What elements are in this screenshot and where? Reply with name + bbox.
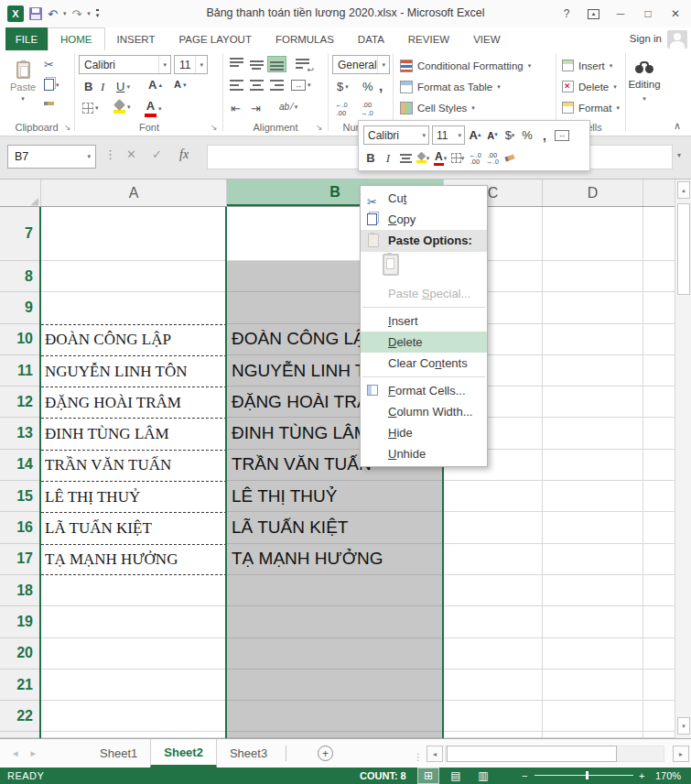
row-header-10[interactable]: 10 [0, 324, 41, 355]
name-box-dropdown-icon[interactable]: ▾ [82, 146, 95, 168]
cell-B21[interactable] [227, 670, 444, 701]
align-center-button[interactable] [247, 77, 266, 93]
minimize-icon[interactable]: ─ [614, 7, 627, 20]
cell-B16[interactable]: LÃ TUẤN KIỆT [227, 512, 444, 543]
cell-A13[interactable]: ĐINH TÙNG LÂM [41, 418, 227, 449]
cell-B18[interactable] [227, 575, 444, 606]
align-left-button[interactable] [227, 77, 246, 93]
number-format-dropdown-icon[interactable]: ▾ [377, 56, 389, 73]
cell-A14[interactable]: TRẦN VĂN TUẤN [41, 450, 227, 481]
cell-A17[interactable]: TẠ MẠNH HƯỞNG [41, 544, 227, 575]
cell-E17[interactable] [643, 544, 675, 575]
cell-C15[interactable] [444, 481, 543, 512]
font-name-combo[interactable]: Calibri▾ [79, 55, 171, 74]
cell-E18[interactable] [643, 575, 675, 606]
row-header-16[interactable]: 16 [0, 512, 41, 543]
cell-E8[interactable] [643, 261, 675, 292]
delete-cells-button[interactable]: Delete▾ [562, 81, 617, 93]
cell-C21[interactable] [444, 670, 543, 701]
cell-D22[interactable] [543, 701, 643, 732]
cut-button[interactable]: ✂ [44, 58, 54, 71]
cell-A8[interactable] [41, 261, 227, 292]
sign-in-link[interactable]: Sign in [630, 33, 662, 44]
accounting-format-button[interactable]: $▾ [337, 80, 349, 93]
mini-size-dropdown-icon[interactable]: ▾ [455, 132, 464, 139]
copy-button[interactable]: ▾ [44, 79, 59, 91]
paste-dropdown-icon[interactable]: ▾ [21, 95, 25, 103]
tab-view[interactable]: VIEW [461, 27, 512, 50]
cell-C18[interactable] [444, 575, 543, 606]
cell-C16[interactable] [444, 512, 543, 543]
name-box[interactable]: B7▾ [7, 145, 96, 169]
align-top-button[interactable] [227, 56, 246, 72]
maximize-icon[interactable]: □ [642, 7, 654, 20]
row-header-19[interactable]: 19 [0, 606, 41, 637]
sheet-next-icon[interactable]: ▸ [31, 747, 37, 759]
page-layout-view-icon[interactable]: ▤ [445, 768, 467, 784]
cell-A18[interactable] [41, 575, 227, 606]
cell-D13[interactable] [543, 418, 643, 449]
cell-D17[interactable] [543, 544, 643, 575]
row-header-14[interactable]: 14 [0, 450, 41, 481]
grow-font-button[interactable]: A▴ [148, 80, 162, 90]
underline-dropdown-icon[interactable]: ▾ [126, 83, 130, 91]
cell-A10[interactable]: ĐOÀN CÔNG LẬP [41, 324, 227, 355]
cell-E9[interactable] [643, 292, 675, 323]
align-bottom-button[interactable] [267, 56, 286, 72]
mini-align-button[interactable] [398, 153, 413, 163]
row-header-20[interactable]: 20 [0, 638, 41, 670]
cell-E20[interactable] [643, 638, 675, 670]
cell-D7[interactable] [543, 207, 643, 261]
cell-D14[interactable] [543, 450, 643, 481]
cell-D20[interactable] [543, 638, 643, 670]
zoom-in-icon[interactable]: + [639, 770, 644, 781]
number-format-combo[interactable]: General▾ [332, 55, 390, 74]
hscroll-left-icon[interactable]: ◂ [426, 746, 443, 762]
cancel-icon[interactable]: ✕ [126, 147, 136, 161]
cell-A15[interactable]: LÊ THỊ THUỶ [41, 481, 227, 512]
zoom-level[interactable]: 170% [655, 770, 681, 781]
hscroll-right-icon[interactable]: ▸ [673, 746, 689, 762]
cell-A12[interactable]: ĐẶNG HOÀI TRÂM [41, 387, 227, 418]
cell-E12[interactable] [643, 387, 675, 418]
insert-function-icon[interactable]: fx [179, 147, 189, 162]
row-header-7[interactable]: 7 [0, 207, 41, 261]
collapse-ribbon-icon[interactable]: ∧ [674, 120, 681, 132]
mini-shrink-font-button[interactable]: A▾ [485, 131, 500, 140]
mini-comma-button[interactable]: , [537, 128, 552, 143]
clipboard-dialog-launcher-icon[interactable]: ↘ [64, 123, 71, 132]
cell-D19[interactable] [543, 606, 643, 637]
row-header-22[interactable]: 22 [0, 701, 41, 732]
bold-button[interactable]: B [84, 80, 92, 93]
row-header-8[interactable]: 8 [0, 261, 41, 292]
menu-item-cut[interactable]: ✂Cut [361, 188, 487, 209]
mini-grow-font-button[interactable]: A▴ [468, 131, 482, 140]
orientation-button[interactable]: ab⁄▾ [279, 102, 297, 112]
mini-format-painter-button[interactable] [502, 156, 517, 160]
font-name-dropdown-icon[interactable]: ▾ [158, 56, 170, 73]
mini-accounting-button[interactable]: $▾ [502, 128, 517, 142]
cell-E7[interactable] [643, 207, 675, 261]
vertical-scroll-thumb[interactable] [677, 203, 690, 295]
mini-merge-button[interactable]: ↔ [555, 130, 569, 141]
zoom-slider-thumb[interactable] [586, 771, 588, 779]
alignment-dialog-launcher-icon[interactable]: ↘ [316, 123, 323, 132]
cell-E15[interactable] [643, 481, 675, 512]
font-size-combo[interactable]: 11▾ [174, 55, 208, 74]
splitter-dots-icon[interactable]: ⋮ [414, 752, 423, 762]
tab-formulas[interactable]: FORMULAS [264, 27, 346, 50]
align-right-button[interactable] [267, 77, 286, 93]
row-header-13[interactable]: 13 [0, 418, 41, 449]
paste-button[interactable]: Paste ▾ [7, 56, 38, 116]
horizontal-scroll-thumb[interactable] [447, 746, 617, 762]
cell-D21[interactable] [543, 670, 643, 701]
scroll-down-icon[interactable]: ▾ [677, 717, 690, 735]
editing-group-button[interactable]: Editing ▾ [627, 56, 662, 129]
orientation-dropdown-icon[interactable]: ▾ [295, 103, 298, 111]
merge-center-button[interactable]: ↔▾ [291, 80, 311, 91]
cell-C19[interactable] [444, 606, 543, 637]
row-header-17[interactable]: 17 [0, 544, 41, 575]
new-sheet-icon[interactable]: + [318, 746, 333, 761]
italic-button[interactable]: I [101, 80, 104, 94]
mini-borders-button[interactable]: ▾ [450, 153, 465, 163]
